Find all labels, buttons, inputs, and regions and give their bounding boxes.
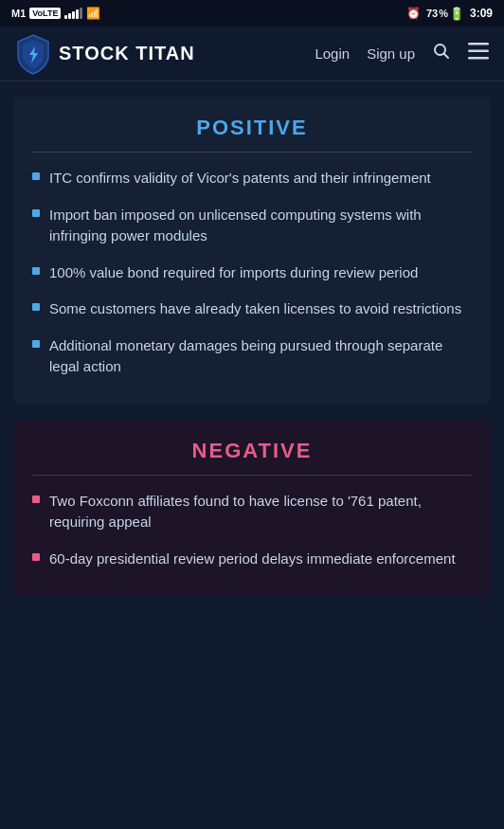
list-item-text: Some customers have already taken licens… xyxy=(49,298,461,320)
main-content: Positive ITC confirms validity of Vicor'… xyxy=(0,97,504,630)
brand-logo xyxy=(15,33,51,75)
wifi-icon: 📶 xyxy=(86,7,100,20)
menu-icon[interactable] xyxy=(468,43,489,64)
list-item-text: ITC confirms validity of Vicor's patents… xyxy=(49,168,431,189)
bullet-icon xyxy=(32,209,40,217)
brand[interactable]: STOCK TITAN xyxy=(15,33,195,75)
negative-list: Two Foxconn affiliates found to have lic… xyxy=(32,491,472,570)
list-item: Some customers have already taken licens… xyxy=(32,298,472,320)
volte-badge: VoLTE xyxy=(29,8,61,19)
battery-icon-shape: 🔋 xyxy=(449,7,464,21)
positive-divider xyxy=(32,152,472,153)
signal-icon xyxy=(64,8,82,19)
list-item-text: Import ban imposed on unlicensed computi… xyxy=(49,205,472,247)
battery-percent: 73 xyxy=(426,8,438,19)
bullet-icon xyxy=(32,553,40,561)
svg-line-1 xyxy=(444,54,449,59)
brand-name: STOCK TITAN xyxy=(59,43,195,64)
list-item-text: 100% value bond required for imports dur… xyxy=(49,262,418,284)
negative-card-title: Negative xyxy=(32,439,472,463)
list-item: 100% value bond required for imports dur… xyxy=(32,262,472,284)
status-bar: M1 VoLTE 📶 ⏰ 73% 🔋 3:09 xyxy=(0,0,504,27)
status-left: M1 VoLTE 📶 xyxy=(11,7,100,20)
list-item-text: 60-day presidential review period delays… xyxy=(49,549,456,570)
svg-rect-3 xyxy=(468,50,489,53)
bullet-icon xyxy=(32,172,40,180)
bullet-icon xyxy=(32,303,40,311)
list-item: Two Foxconn affiliates found to have lic… xyxy=(32,491,472,533)
positive-list: ITC confirms validity of Vicor's patents… xyxy=(32,168,472,378)
bullet-icon xyxy=(32,340,40,348)
login-link[interactable]: Login xyxy=(315,45,350,62)
list-item-text: Two Foxconn affiliates found to have lic… xyxy=(49,491,472,533)
list-item-text: Additional monetary damages being pursue… xyxy=(49,335,472,378)
list-item: Import ban imposed on unlicensed computi… xyxy=(32,205,472,247)
clock: 3:09 xyxy=(470,7,493,20)
list-item: 60-day presidential review period delays… xyxy=(32,549,472,570)
alarm-icon: ⏰ xyxy=(406,7,421,20)
nav-links: Login Sign up xyxy=(315,42,489,65)
positive-card: Positive ITC confirms validity of Vicor'… xyxy=(13,97,491,405)
svg-rect-4 xyxy=(468,57,489,60)
negative-divider xyxy=(32,475,472,476)
bullet-icon xyxy=(32,267,40,275)
navbar: STOCK TITAN Login Sign up xyxy=(0,27,504,81)
list-item: Additional monetary damages being pursue… xyxy=(32,335,472,378)
positive-card-title: Positive xyxy=(32,116,472,140)
svg-rect-2 xyxy=(468,43,489,45)
negative-card: Negative Two Foxconn affiliates found to… xyxy=(13,420,491,597)
carrier-label: M1 xyxy=(11,8,26,19)
list-item: ITC confirms validity of Vicor's patents… xyxy=(32,168,472,189)
search-icon[interactable] xyxy=(432,42,451,65)
status-right: ⏰ 73% 🔋 3:09 xyxy=(406,7,493,21)
battery-indicator: 73% 🔋 xyxy=(426,7,464,21)
signup-link[interactable]: Sign up xyxy=(367,45,415,62)
bullet-icon xyxy=(32,496,40,503)
